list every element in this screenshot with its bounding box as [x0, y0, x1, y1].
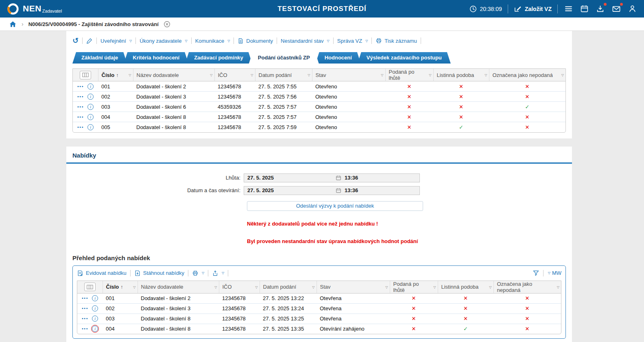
export-offers-button[interactable]: ▽: [212, 270, 224, 276]
tab-zakladni-udaje[interactable]: Základní údaje: [72, 52, 127, 64]
calendar-icon[interactable]: [336, 175, 341, 181]
menu-sprava-vz[interactable]: Správa VZ ▽: [337, 38, 368, 44]
table-row[interactable]: ••• i 004 Dodavatel - školení 8 12345678…: [73, 112, 565, 122]
filter-dropdown-icon[interactable]: ▽: [561, 73, 564, 77]
col-header-nepodana[interactable]: Označena jako nepodaná ▽: [489, 69, 565, 81]
info-icon-highlighted[interactable]: i: [92, 326, 98, 332]
opening-time-value[interactable]: 13:36: [341, 187, 419, 193]
deadline-field[interactable]: 27. 5. 2025 13:36: [244, 173, 420, 182]
menu-komunikace[interactable]: Komunikace ▽: [195, 38, 230, 44]
nen-logo[interactable]: NEN Zadavatel: [7, 2, 62, 15]
info-icon[interactable]: i: [87, 124, 94, 130]
col-header-listinna[interactable]: Listinná podoba ▽: [433, 69, 489, 81]
row-menu-icon[interactable]: •••: [77, 125, 84, 129]
column-settings-icon[interactable]: [80, 71, 91, 79]
row-menu-icon[interactable]: •••: [77, 105, 84, 109]
row-menu-icon[interactable]: •••: [77, 84, 84, 89]
send-call-for-offers-button[interactable]: Odeslání výzvy k podání nabídek: [247, 201, 423, 211]
calendar-button[interactable]: [579, 4, 589, 14]
info-icon[interactable]: i: [87, 104, 94, 110]
table-row[interactable]: ••• i 004 Dodavatel - školení 8 12345678…: [77, 324, 561, 334]
filter-dropdown-icon[interactable]: ▽: [429, 73, 431, 77]
messages-button[interactable]: [611, 4, 622, 14]
info-icon[interactable]: i: [92, 295, 98, 301]
table-row[interactable]: ••• i 001 Dodavatel - školení 2 12345678…: [77, 293, 561, 303]
tab-kriteria-hodnoceni[interactable]: Kritéria hodnocení: [124, 52, 188, 64]
row-menu-icon[interactable]: •••: [77, 94, 84, 99]
col-header-stav[interactable]: Stav ▽: [317, 281, 390, 294]
col-header-nepodana[interactable]: Označena jako nepodaná ▽: [493, 281, 561, 294]
col-header-datum[interactable]: Datum podání ▽: [255, 69, 312, 81]
download-offers-button[interactable]: Stáhnout nabídky: [134, 270, 184, 276]
menu-ukony-zadavatele[interactable]: Úkony zadavatele ▽: [140, 38, 188, 44]
col-header-ico[interactable]: IČO ▽: [219, 281, 260, 294]
info-icon[interactable]: i: [87, 94, 94, 100]
deadline-time-value[interactable]: 13:36: [341, 175, 419, 181]
filter-dropdown-icon[interactable]: ▽: [210, 73, 212, 77]
col-header-ico[interactable]: IČO ▽: [214, 69, 255, 81]
history-icon[interactable]: ↺: [72, 37, 79, 44]
chevron-down-icon[interactable]: ▽: [548, 271, 550, 275]
filter-dropdown-icon[interactable]: ▽: [433, 285, 436, 289]
col-header-nazev[interactable]: Název dodavatele ▽: [138, 281, 219, 294]
table-row[interactable]: ••• i 002 Dodavatel - školení 3 12345678…: [77, 303, 561, 314]
filter-dropdown-icon[interactable]: ▽: [255, 285, 258, 289]
menu-dokumenty[interactable]: Dokumenty: [238, 38, 273, 44]
breadcrumb-record[interactable]: N006/25/V00004995 - Zajištění závodního …: [28, 21, 159, 27]
row-menu-icon[interactable]: •••: [82, 327, 88, 331]
filter-dropdown-icon[interactable]: ▽: [489, 285, 491, 289]
table-row[interactable]: ••• i 005 Dodavatel - školení 8 12345678…: [73, 122, 565, 132]
downloads-button[interactable]: [595, 4, 605, 14]
tab-hodnoceni[interactable]: Hodnocení: [316, 52, 361, 64]
row-menu-icon[interactable]: •••: [82, 296, 88, 300]
tab-podani-ucastniku-zp[interactable]: Podání účastníků ZP: [249, 52, 319, 64]
col-header-nazev[interactable]: Název dodavatele ▽: [133, 69, 214, 81]
filter-dropdown-icon[interactable]: ▽: [129, 73, 131, 77]
row-menu-icon[interactable]: •••: [82, 316, 88, 321]
filter-dropdown-icon[interactable]: ▽: [385, 285, 388, 289]
table-row[interactable]: ••• i 001 Dodavatel - školení 2 12345678…: [73, 81, 565, 92]
tab-zadavaci-podminky[interactable]: Zadávací podmínky: [185, 52, 252, 64]
user-button[interactable]: [627, 4, 637, 14]
filter-dropdown-icon[interactable]: ▽: [133, 285, 135, 289]
filter-dropdown-icon[interactable]: ▽: [251, 73, 253, 77]
filter-dropdown-icon[interactable]: ▽: [312, 285, 314, 289]
col-header-stav[interactable]: Stav ▽: [312, 69, 385, 81]
table-row[interactable]: ••• i 003 Dodavatel - školení 6 45359326…: [73, 102, 565, 112]
menu-tisk-zaznamu[interactable]: Tisk záznamu: [375, 37, 417, 44]
edit-record-icon[interactable]: [86, 37, 93, 44]
print-offers-button[interactable]: ▽: [192, 270, 204, 276]
col-header-cislo[interactable]: Číslo↑ ▽: [98, 69, 133, 81]
deadline-date-value[interactable]: 27. 5. 2025: [244, 175, 336, 181]
table-row[interactable]: ••• i 002 Dodavatel - školení 3 12345678…: [73, 92, 565, 102]
menu-button[interactable]: [563, 4, 574, 14]
col-header-datum[interactable]: Datum podání ▽: [260, 281, 317, 294]
filter-icon[interactable]: [533, 270, 539, 276]
info-icon[interactable]: i: [92, 305, 98, 311]
opening-date-value[interactable]: 27. 5. 2025: [244, 187, 336, 193]
filter-dropdown-icon[interactable]: ▽: [214, 285, 217, 289]
info-icon[interactable]: i: [92, 316, 98, 322]
calendar-icon[interactable]: [336, 188, 341, 193]
col-header-cislo[interactable]: Číslo↑ ▽: [103, 281, 138, 294]
col-header-listinna[interactable]: Listinná podoba ▽: [438, 281, 493, 294]
filter-dropdown-icon[interactable]: ▽: [381, 73, 383, 77]
opening-field[interactable]: 27. 5. 2025 13:36: [244, 186, 420, 195]
col-header-po-lhute[interactable]: Podaná po lhůtě ▽: [390, 281, 438, 294]
row-menu-icon[interactable]: •••: [77, 115, 84, 119]
info-icon[interactable]: i: [87, 114, 94, 120]
column-settings-icon[interactable]: [84, 283, 96, 291]
menu-uverejneni[interactable]: Uveřejnění ▽: [100, 38, 132, 44]
close-record-icon[interactable]: [164, 21, 170, 28]
register-offer-button[interactable]: Evidovat nabídku: [77, 270, 127, 276]
table-row[interactable]: ••• i 003 Dodavatel - školení 8 12345678…: [77, 314, 561, 324]
filter-dropdown-icon[interactable]: ▽: [485, 73, 487, 77]
menu-nestandardni-stav[interactable]: Nestandardní stav ▽: [281, 38, 330, 44]
col-header-po-lhute[interactable]: Podaná po lhůtě ▽: [385, 69, 433, 81]
create-vz-button[interactable]: Založit VZ: [514, 5, 552, 13]
tab-vysledek-zadavaciho-postupu[interactable]: Výsledek zadávacího postupu: [358, 52, 451, 64]
filter-dropdown-icon[interactable]: ▽: [557, 285, 559, 289]
info-icon[interactable]: i: [87, 83, 94, 90]
filter-dropdown-icon[interactable]: ▽: [308, 73, 310, 77]
row-menu-icon[interactable]: •••: [82, 306, 88, 311]
